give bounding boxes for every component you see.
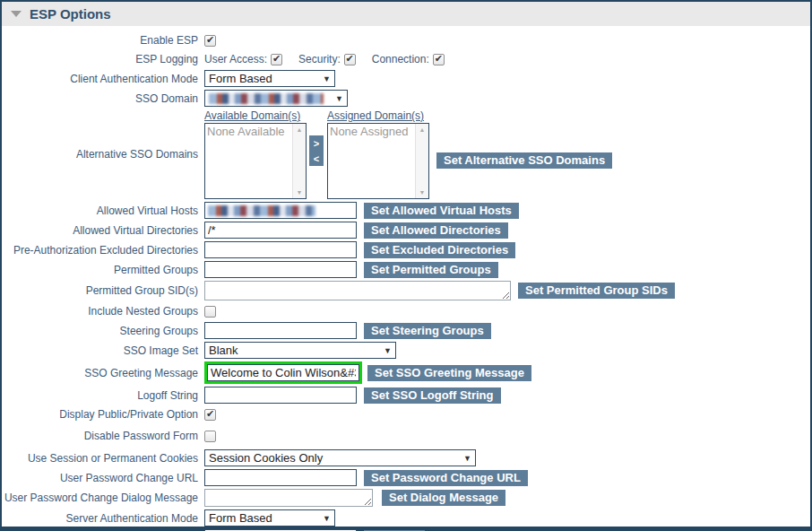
set-allowed-virtual-hosts-button[interactable]: Set Allowed Virtual Hosts — [364, 203, 519, 219]
set-alternative-sso-domains-button[interactable]: Set Alternative SSO Domains — [436, 152, 612, 169]
row-password-change-dialog: User Password Change Dialog Message Set … — [2, 489, 810, 507]
move-left-button[interactable]: < — [309, 151, 324, 166]
chevron-down-icon: ▼ — [323, 514, 331, 523]
set-allowed-directories-button[interactable]: Set Allowed Directories — [364, 222, 508, 239]
server-auth-mode-select[interactable]: Form Based ▼ — [204, 509, 335, 527]
user-access-checkbox[interactable] — [271, 54, 282, 65]
set-sso-greeting-message-button[interactable]: Set SSO Greeting Message — [367, 365, 531, 381]
enable-esp-label: Enable ESP — [2, 34, 204, 47]
greeting-highlight-frame — [204, 361, 362, 384]
client-auth-mode-select[interactable]: Form Based ▼ — [204, 70, 335, 87]
set-password-change-url-button[interactable]: Set Password Change URL — [364, 470, 528, 486]
available-domains-header: Available Domain(s) — [204, 109, 307, 122]
allowed-virtual-hosts-redacted-value — [208, 205, 315, 216]
permitted-group-sids-label: Permitted Group SID(s) — [2, 284, 204, 297]
connection-checkbox[interactable] — [433, 54, 445, 65]
password-change-url-input[interactable] — [204, 469, 357, 486]
scroll-up-icon[interactable]: ▲ — [419, 126, 426, 133]
available-domains-scrollbar[interactable]: ▲ ▼ — [292, 124, 306, 198]
row-password-change-url: User Password Change URL Set Password Ch… — [2, 469, 810, 486]
assigned-domains-scrollbar[interactable]: ▲ ▼ — [415, 124, 428, 198]
permitted-groups-input[interactable] — [204, 261, 357, 278]
set-permitted-groups-button[interactable]: Set Permitted Groups — [364, 262, 498, 278]
client-auth-mode-label: Client Authentication Mode — [2, 73, 204, 85]
sso-greeting-message-label: SSO Greeting Message — [2, 367, 204, 379]
enable-esp-checkbox[interactable] — [204, 35, 216, 47]
password-change-url-label: User Password Change URL — [2, 472, 204, 484]
panel-header: ESP Options — [2, 2, 810, 26]
cookie-mode-label: Use Session or Permanent Cookies — [2, 452, 204, 465]
row-sso-image-set: SSO Image Set Blank ▼ — [2, 342, 810, 359]
password-change-dialog-label: User Password Change Dialog Message — [2, 492, 204, 504]
disable-password-form-checkbox[interactable] — [204, 431, 216, 442]
connection-label: Connection: — [372, 53, 429, 65]
sso-domain-select[interactable]: ▼ — [204, 90, 348, 107]
row-display-public-private: Display Public/Private Option — [2, 406, 810, 422]
scroll-down-icon[interactable]: ▼ — [419, 189, 426, 196]
row-steering-groups: Steering Groups Set Steering Groups — [2, 322, 810, 339]
available-domains-placeholder: None Available — [205, 124, 292, 198]
include-nested-groups-label: Include Nested Groups — [2, 305, 204, 318]
cookie-mode-select[interactable]: Session Cookies Only ▼ — [204, 449, 476, 466]
password-change-dialog-textarea[interactable] — [204, 489, 373, 507]
allowed-virtual-hosts-input[interactable] — [204, 202, 357, 219]
row-disable-password-form: Disable Password Form — [2, 428, 810, 444]
set-steering-groups-button[interactable]: Set Steering Groups — [364, 323, 491, 339]
permitted-groups-label: Permitted Groups — [2, 264, 204, 276]
row-logoff-string: Logoff String Set SSO Logoff String — [2, 387, 810, 404]
include-nested-groups-checkbox[interactable] — [204, 306, 216, 318]
allowed-virtual-directories-input[interactable] — [204, 222, 357, 239]
page-title: ESP Options — [30, 6, 111, 22]
row-permitted-group-sids: Permitted Group SID(s) Set Permitted Gro… — [2, 281, 810, 300]
preauth-excluded-directories-input[interactable] — [204, 241, 357, 258]
user-access-label: User Access: — [204, 53, 267, 65]
row-preauth-excluded-directories: Pre-Authorization Excluded Directories S… — [2, 241, 810, 258]
esp-logging-label: ESP Logging — [2, 53, 204, 65]
available-domains-listbox[interactable]: None Available ▲ ▼ — [204, 123, 307, 199]
allowed-virtual-hosts-label: Allowed Virtual Hosts — [2, 205, 204, 217]
assigned-domains-listbox[interactable]: None Assigned ▲ ▼ — [327, 123, 429, 199]
esp-options-panel: ESP Options Enable ESP ESP Logging User … — [0, 0, 812, 531]
row-allowed-virtual-directories: Allowed Virtual Directories Set Allowed … — [2, 222, 810, 239]
sso-greeting-message-input[interactable] — [207, 364, 359, 381]
sso-domain-label: SSO Domain — [2, 92, 204, 105]
chevron-down-icon: ▼ — [463, 454, 471, 463]
steering-groups-label: Steering Groups — [2, 325, 204, 337]
row-cookie-mode: Use Session or Permanent Cookies Session… — [2, 449, 810, 466]
disable-password-form-label: Disable Password Form — [2, 430, 204, 442]
move-right-button[interactable]: > — [309, 135, 324, 151]
permitted-group-sids-textarea[interactable] — [204, 281, 511, 300]
display-public-private-checkbox[interactable] — [204, 409, 216, 421]
row-esp-logging: ESP Logging User Access: Security: Conne… — [2, 51, 810, 67]
set-dialog-message-button[interactable]: Set Dialog Message — [382, 490, 505, 506]
steering-groups-input[interactable] — [204, 322, 357, 339]
chevron-down-icon: ▼ — [384, 346, 392, 355]
row-enable-esp: Enable ESP — [2, 32, 810, 48]
alternative-sso-domains-label: Alternative SSO Domains — [2, 148, 204, 161]
scroll-up-icon[interactable]: ▲ — [297, 126, 303, 133]
scroll-down-icon[interactable]: ▼ — [297, 189, 303, 196]
set-sso-logoff-string-button[interactable]: Set SSO Logoff String — [364, 387, 501, 404]
set-permitted-group-sids-button[interactable]: Set Permitted Group SIDs — [518, 283, 675, 299]
display-public-private-label: Display Public/Private Option — [2, 408, 204, 421]
set-excluded-directories-button[interactable]: Set Excluded Directories — [364, 242, 515, 258]
logoff-string-input[interactable] — [204, 387, 357, 404]
chevron-down-icon: ▼ — [335, 94, 343, 103]
assigned-domains-header: Assigned Domain(s) — [327, 109, 429, 122]
row-sso-domain: SSO Domain ▼ — [2, 90, 810, 107]
server-auth-mode-value: Form Based — [209, 511, 272, 525]
allowed-virtual-directories-label: Allowed Virtual Directories — [2, 224, 204, 237]
cookie-mode-value: Session Cookies Only — [209, 451, 323, 465]
server-auth-mode-label: Server Authentication Mode — [2, 512, 204, 525]
row-alternative-sso-domains: Alternative SSO Domains Available Domain… — [2, 109, 810, 199]
collapse-icon[interactable] — [11, 11, 22, 17]
security-checkbox[interactable] — [344, 54, 356, 65]
row-sso-greeting-message: SSO Greeting Message Set SSO Greeting Me… — [2, 361, 810, 384]
sso-domain-redacted-value — [209, 93, 324, 104]
sso-image-set-select[interactable]: Blank ▼ — [204, 342, 396, 359]
security-label: Security: — [298, 53, 341, 65]
sso-image-set-label: SSO Image Set — [2, 344, 204, 357]
row-permitted-groups: Permitted Groups Set Permitted Groups — [2, 261, 810, 278]
row-include-nested-groups: Include Nested Groups — [2, 303, 810, 319]
row-server-auth-mode: Server Authentication Mode Form Based ▼ — [2, 509, 810, 527]
